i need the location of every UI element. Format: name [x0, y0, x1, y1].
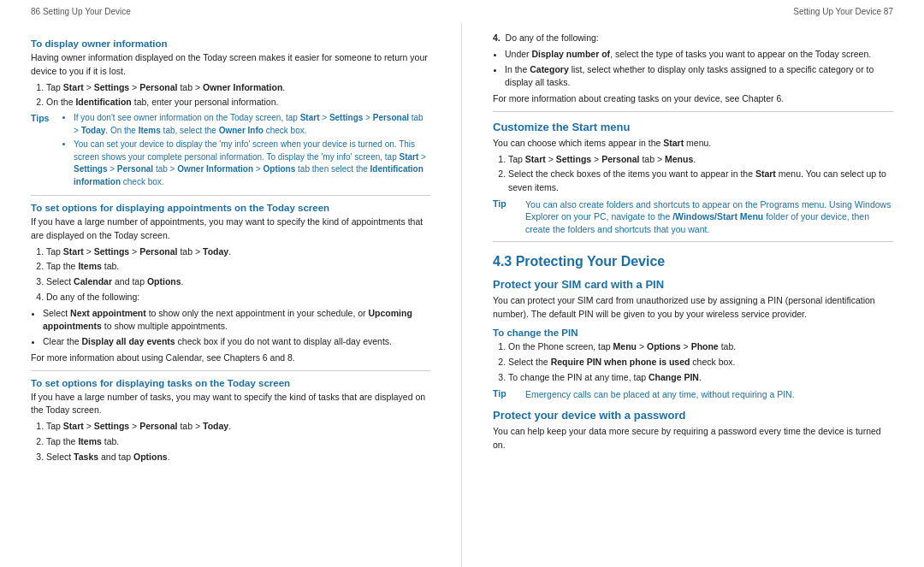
section2-steps: Tap Start > Settings > Personal tab > To… — [31, 245, 430, 304]
section1-heading: To display owner information — [31, 38, 430, 49]
col-right: 4. Do any of the following: Under Displa… — [462, 23, 924, 567]
tips-content: If you don't see owner information on th… — [63, 112, 430, 190]
section2-bullets: Select Next appointment to show only the… — [31, 307, 430, 349]
protecting-heading: 4.3 Protecting Your Device — [493, 254, 893, 269]
step4-bullets: Under Display number of, select the type… — [493, 48, 893, 90]
section1-steps: Tap Start > Settings > Personal tab > Ow… — [31, 81, 430, 110]
step-item: Tap the Items tab. — [46, 435, 430, 449]
tip-item: If you don't see owner information on th… — [74, 112, 430, 137]
tip-label2: Tip — [493, 388, 520, 401]
change-pin-heading: To change the PIN — [493, 328, 893, 338]
step-item: Select the Require PIN when phone is use… — [508, 356, 893, 369]
section2-heading: To set options for displaying appointmen… — [31, 203, 430, 213]
section2-footer: For more information about using Calenda… — [31, 351, 430, 365]
continue-steps: 4. Do any of the following: Under Displa… — [493, 32, 893, 106]
page-header: 86 Setting Up Your Device Setting Up You… — [0, 0, 924, 23]
section4-tip: Tip You can also create folders and shor… — [493, 198, 893, 236]
pin-tip-text: Emergency calls can be placed at any tim… — [525, 388, 893, 401]
step-item: Select Calendar and tap Options. — [46, 275, 430, 289]
section4-intro: You can choose which items appear in the… — [493, 137, 893, 151]
bullet-item: In the Category list, select whether to … — [505, 63, 893, 91]
divider1 — [31, 195, 430, 196]
section4-heading: Customize the Start menu — [493, 121, 893, 133]
step-item: On the Phone screen, tap Menu > Options … — [508, 340, 893, 354]
tip-text: You can also create folders and shortcut… — [525, 198, 893, 236]
pin-tip: Tip Emergency calls can be placed at any… — [493, 388, 893, 401]
page-container: 86 Setting Up Your Device Setting Up You… — [0, 0, 924, 567]
step4-intro: 4. Do any of the following: — [493, 32, 893, 45]
password-heading: Protect your device with a password — [493, 409, 893, 422]
tips-label: Tips — [31, 112, 58, 190]
section2-intro: If you have a large number of appointmen… — [31, 216, 430, 243]
password-intro: You can help keep your data more secure … — [493, 425, 893, 452]
section3-intro: If you have a large number of tasks, you… — [31, 391, 430, 418]
continue-footer: For more information about creating task… — [493, 92, 893, 106]
step-item: Tap Start > Settings > Personal tab > To… — [46, 420, 430, 434]
bullet-item: Clear the Display all day events check b… — [43, 335, 430, 349]
section1-tips: Tips If you don't see owner information … — [31, 112, 430, 190]
section1-intro: Having owner information displayed on th… — [31, 51, 430, 79]
header-right: Setting Up Your Device 87 — [793, 7, 893, 16]
section3-steps: Tap Start > Settings > Personal tab > To… — [31, 420, 430, 464]
step-item: Select the check boxes of the items you … — [508, 168, 893, 195]
header-left: 86 Setting Up Your Device — [31, 7, 131, 16]
bullet-item: Select Next appointment to show only the… — [43, 307, 430, 334]
step-item: Do any of the following: — [46, 291, 430, 304]
col-left: To display owner information Having owne… — [0, 23, 462, 567]
divider3 — [493, 111, 893, 112]
section4-steps: Tap Start > Settings > Personal tab > Me… — [493, 153, 893, 195]
step-item: Tap Start > Settings > Personal tab > To… — [46, 245, 430, 259]
step-item: Tap the Items tab. — [46, 260, 430, 274]
step-item: To change the PIN at any time, tap Chang… — [508, 371, 893, 385]
tip-item: You can set your device to display the '… — [74, 139, 430, 188]
step-item: Select Tasks and tap Options. — [46, 451, 430, 464]
step-item: Tap Start > Settings > Personal tab > Ow… — [46, 81, 430, 95]
divider4 — [493, 241, 893, 242]
step-item: Tap Start > Settings > Personal tab > Me… — [508, 153, 893, 167]
step-item: On the Identification tab, enter your pe… — [46, 96, 430, 109]
sim-heading: Protect your SIM card with a PIN — [493, 278, 893, 291]
sim-intro: You can protect your SIM card from unaut… — [493, 294, 893, 322]
section3-heading: To set options for displaying tasks on t… — [31, 378, 430, 388]
columns: To display owner information Having owne… — [0, 23, 924, 567]
divider2 — [31, 370, 430, 371]
change-pin-steps: On the Phone screen, tap Menu > Options … — [493, 340, 893, 384]
tip-label: Tip — [493, 198, 520, 236]
bullet-item: Under Display number of, select the type… — [505, 48, 893, 62]
